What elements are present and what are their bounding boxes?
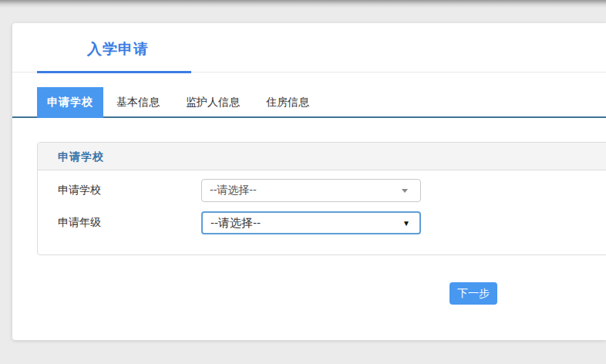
tab-basic-info[interactable]: 基本信息 xyxy=(103,87,173,116)
panel-header: 申请学校 xyxy=(38,143,606,170)
chevron-down-icon xyxy=(402,189,408,193)
title-accent-bar xyxy=(37,71,191,73)
page-title: 入学申请 xyxy=(12,23,606,59)
apply-school-select[interactable]: --请选择-- xyxy=(201,179,421,202)
top-shadow xyxy=(0,0,606,8)
next-step-button[interactable]: 下一步 xyxy=(449,282,497,305)
tab-guardian-info[interactable]: 监护人信息 xyxy=(173,87,253,116)
apply-grade-row: 申请年级 --请选择-- ▼ xyxy=(58,211,606,234)
tab-housing-info[interactable]: 住房信息 xyxy=(253,87,322,116)
apply-school-select-value: --请选择-- xyxy=(210,184,257,197)
apply-school-row: 申请学校 --请选择-- xyxy=(58,179,606,202)
apply-grade-label: 申请年级 xyxy=(58,216,201,230)
tab-bar: 申请学校 基本信息 监护人信息 住房信息 xyxy=(12,87,606,118)
panel-body: 申请学校 --请选择-- 申请年级 --请选择-- ▼ xyxy=(38,170,606,254)
dropdown-arrow-icon: ▼ xyxy=(402,219,410,228)
apply-grade-select-value: --请选择-- xyxy=(210,216,261,231)
tab-apply-school[interactable]: 申请学校 xyxy=(37,87,103,118)
apply-school-panel: 申请学校 申请学校 --请选择-- 申请年级 --请选择-- ▼ xyxy=(37,142,606,255)
content-card: 入学申请 申请学校 基本信息 监护人信息 住房信息 申请学校 申请学校 --请选… xyxy=(12,23,606,340)
actions-row: 下一步 xyxy=(12,282,606,305)
apply-school-label: 申请学校 xyxy=(58,184,201,197)
apply-grade-select[interactable]: --请选择-- ▼ xyxy=(201,211,421,234)
title-section: 入学申请 xyxy=(12,23,606,72)
